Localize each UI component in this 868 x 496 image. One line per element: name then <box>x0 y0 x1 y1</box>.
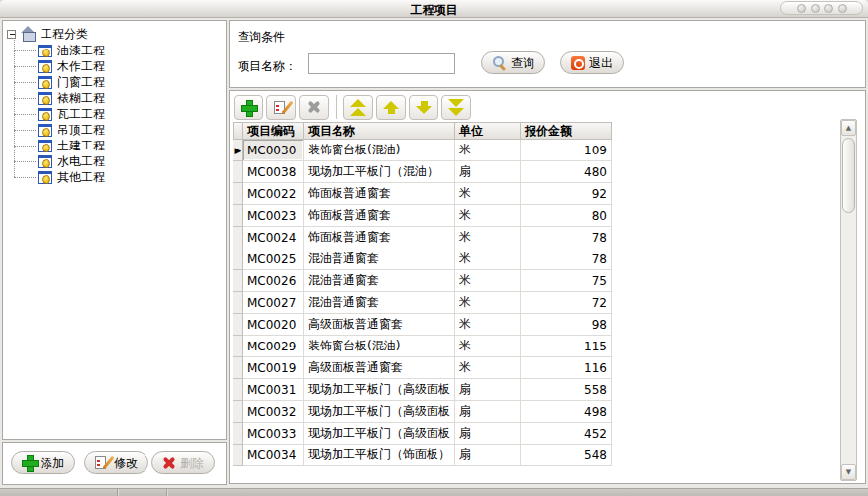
home-icon <box>20 26 37 42</box>
tree-root-node[interactable]: 工程分类 <box>7 25 222 43</box>
status-bar-separator <box>166 489 167 496</box>
cell-price: 75 <box>521 270 612 292</box>
tree-item-label: 木作工程 <box>57 58 105 75</box>
plus-icon <box>241 100 256 115</box>
tree-item-label: 裱糊工程 <box>57 90 105 107</box>
tree-item-其他工程[interactable]: 其他工程 <box>7 169 222 185</box>
window-button-icon[interactable] <box>797 4 806 13</box>
cell-price: 78 <box>521 227 612 248</box>
table-row[interactable]: MC0027混油普通窗套米72 <box>233 292 612 314</box>
table-row[interactable]: MC0038现场加工平板门（混油）扇480 <box>233 161 612 183</box>
cell-unit: 扇 <box>455 445 521 466</box>
cell-project-code: MC0033 <box>243 423 304 445</box>
table-row[interactable]: MC0031现场加工平板门（高级面板扇558 <box>233 379 612 401</box>
window-button-icon[interactable] <box>824 4 833 13</box>
cell-project-name: 饰面板普通窗套 <box>304 183 455 205</box>
delete-button[interactable]: 删除 <box>151 451 215 474</box>
exit-button[interactable]: 退出 <box>560 51 624 74</box>
results-panel: 项目编码 项目名称 单位 报价金额 ▶MC0030装饰窗台板(混油)米109MC… <box>229 90 866 484</box>
table-header-row: 项目编码 项目名称 单位 报价金额 <box>233 122 612 140</box>
tree-item-瓦工工程[interactable]: 瓦工工程 <box>7 106 222 122</box>
table-row[interactable]: MC0020高级面板普通窗套米98 <box>233 314 612 336</box>
add-button[interactable]: 添加 <box>11 451 75 474</box>
scrollbar-thumb[interactable] <box>842 138 855 213</box>
projects-table: 项目编码 项目名称 单位 报价金额 ▶MC0030装饰窗台板(混油)米109MC… <box>233 122 612 466</box>
tree-item-门窗工程[interactable]: 门窗工程 <box>7 74 222 90</box>
first-record-button[interactable] <box>343 95 373 120</box>
edit-icon <box>95 455 110 470</box>
tree-root-label: 工程分类 <box>41 26 88 43</box>
window-button-icon[interactable] <box>811 4 820 13</box>
tree-item-水电工程[interactable]: 水电工程 <box>7 153 222 169</box>
cell-project-name: 现场加工平板门（高级面板 <box>304 401 455 423</box>
column-header-price[interactable]: 报价金额 <box>521 122 612 140</box>
cell-project-code: MC0019 <box>243 357 304 379</box>
tree-item-裱糊工程[interactable]: 裱糊工程 <box>7 90 222 106</box>
last-record-button[interactable] <box>441 95 471 120</box>
cell-unit: 米 <box>455 227 521 248</box>
scroll-up-button[interactable]: ▲ <box>841 120 856 136</box>
up-arrow-icon <box>383 101 399 114</box>
table-row[interactable]: MC0024饰面板普通窗套米78 <box>233 227 612 248</box>
tree-item-土建工程[interactable]: 土建工程 <box>7 138 222 153</box>
table-row[interactable]: MC0023饰面板普通窗套米80 <box>233 205 612 227</box>
row-indicator-cell <box>233 314 243 336</box>
column-header-name[interactable]: 项目名称 <box>304 122 455 140</box>
window-button-icon[interactable] <box>838 4 847 13</box>
table-row[interactable]: MC0022饰面板普通窗套米92 <box>233 183 612 205</box>
cell-unit: 米 <box>455 336 521 357</box>
edit-icon <box>274 100 289 115</box>
table-row[interactable]: ▶MC0030装饰窗台板(混油)米109 <box>233 140 612 161</box>
cell-project-code: MC0030 <box>243 140 304 161</box>
app-window: 工程项目 工程分类 油漆工程木作工程门窗工程裱糊工程瓦工工程吊顶工程土建工程水电… <box>0 0 868 496</box>
query-section-title: 查询条件 <box>238 29 285 46</box>
table-row[interactable]: MC0033现场加工平板门（高级面板扇452 <box>233 423 612 445</box>
column-header-code[interactable]: 项目编码 <box>243 122 304 140</box>
cell-project-name: 饰面板普通窗套 <box>304 227 455 248</box>
project-name-input[interactable] <box>308 53 455 74</box>
toolbar-separator <box>336 95 337 119</box>
toolbar-edit-button[interactable] <box>266 95 296 120</box>
tree-item-label: 油漆工程 <box>57 43 105 59</box>
vertical-scrollbar[interactable]: ▲ ▼ <box>840 119 857 481</box>
cell-project-name: 高级面板普通窗套 <box>304 314 455 336</box>
modify-button[interactable]: 修改 <box>84 451 148 474</box>
cell-price: 452 <box>521 423 612 445</box>
category-icon <box>38 140 52 152</box>
tree-item-吊顶工程[interactable]: 吊顶工程 <box>7 122 222 138</box>
category-tree-panel: 工程分类 油漆工程木作工程门窗工程裱糊工程瓦工工程吊顶工程土建工程水电工程其他工… <box>2 20 227 440</box>
toolbar-delete-button[interactable] <box>299 95 329 120</box>
row-indicator-cell <box>233 248 243 270</box>
cell-project-name: 现场加工平板门（高级面板 <box>304 379 455 401</box>
cell-project-code: MC0029 <box>243 336 304 357</box>
cell-unit: 米 <box>455 140 521 161</box>
table-row[interactable]: MC0025混油普通窗套米78 <box>233 248 612 270</box>
tree-collapse-icon[interactable] <box>7 30 16 39</box>
tree-actions-panel: 添加 修改 删除 <box>2 442 227 485</box>
tree-item-木作工程[interactable]: 木作工程 <box>7 58 222 74</box>
next-record-button[interactable] <box>409 95 438 120</box>
cell-price: 78 <box>521 248 612 270</box>
cell-unit: 米 <box>455 357 521 379</box>
table-row[interactable]: MC0026混油普通窗套米75 <box>233 270 612 292</box>
scroll-down-button[interactable]: ▼ <box>841 464 856 480</box>
column-header-unit[interactable]: 单位 <box>455 122 521 140</box>
cell-project-code: MC0031 <box>243 379 304 401</box>
table-row[interactable]: MC0032现场加工平板门（高级面板扇498 <box>233 401 612 423</box>
toolbar-add-button[interactable] <box>234 95 263 120</box>
search-icon <box>492 55 507 70</box>
cell-project-name: 装饰窗台板(混油) <box>304 140 455 161</box>
table-row[interactable]: MC0029装饰窗台板(混油)米115 <box>233 336 612 357</box>
previous-record-button[interactable] <box>376 95 406 120</box>
cell-project-code: MC0034 <box>243 445 304 466</box>
table-row[interactable]: MC0019高级面板普通窗套米116 <box>233 357 612 379</box>
table-row[interactable]: MC0034现场加工平板门（饰面板）扇548 <box>233 445 612 466</box>
cell-project-name: 饰面板普通窗套 <box>304 205 455 227</box>
search-button[interactable]: 查询 <box>481 51 545 74</box>
cell-price: 548 <box>521 445 612 466</box>
cell-project-code: MC0027 <box>243 292 304 314</box>
selected-row-marker: ▶ <box>233 140 243 161</box>
cell-price: 558 <box>521 379 612 401</box>
tree-item-油漆工程[interactable]: 油漆工程 <box>7 43 222 58</box>
table-toolbar <box>234 94 471 120</box>
